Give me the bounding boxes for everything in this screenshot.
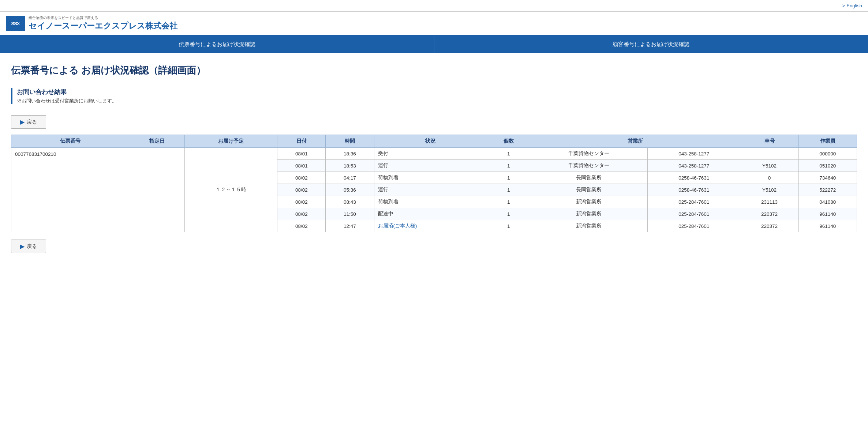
back-button-top[interactable]: ▶ 戻る xyxy=(11,115,46,129)
cell-shitebi xyxy=(129,148,185,232)
cell-office-tel: 0258-46-7631 xyxy=(648,172,740,184)
nav-item-kokyaku[interactable]: 顧客番号によるお届け状況確認 xyxy=(434,36,868,53)
cell-office-name: 長岡営業所 xyxy=(530,172,648,184)
logo-main-title: セイノースーパーエクスプレス株式会社 xyxy=(29,20,177,31)
cell-worker: 961140 xyxy=(798,220,857,232)
cell-date: 08/02 xyxy=(277,208,326,220)
cell-date: 08/02 xyxy=(277,184,326,196)
cell-count: 1 xyxy=(487,184,530,196)
cell-office-name: 千葉貨物センター xyxy=(530,160,648,172)
cell-date: 08/01 xyxy=(277,148,326,160)
col-status: 状況 xyxy=(374,135,487,148)
tracking-table: 伝票番号 指定日 お届け予定 日付 時間 状況 個数 営業所 車号 作業員 00… xyxy=(11,135,857,232)
cell-status: 受付 xyxy=(374,148,487,160)
nav-item-denpyo[interactable]: 伝票番号によるお届け状況確認 xyxy=(0,36,434,53)
col-count: 個数 xyxy=(487,135,530,148)
cell-count: 1 xyxy=(487,160,530,172)
col-date: 日付 xyxy=(277,135,326,148)
table-row: 000776831700210１２～１５時08/0118:36受付1千葉貨物セン… xyxy=(11,148,857,160)
cell-worker: 734640 xyxy=(798,172,857,184)
back-label-top: 戻る xyxy=(27,119,37,125)
cell-status: 荷物到着 xyxy=(374,196,487,208)
logo-icon xyxy=(6,16,25,31)
english-label: English xyxy=(846,3,862,8)
cell-worker: 051020 xyxy=(798,160,857,172)
cell-time: 18:36 xyxy=(326,148,374,160)
cell-worker: 041080 xyxy=(798,196,857,208)
cell-car: 0 xyxy=(740,172,798,184)
english-link[interactable]: English xyxy=(842,3,862,8)
cell-status[interactable]: お届済(ご本人様) xyxy=(374,220,487,232)
info-note: ※お問い合わせは受付営業所にお願いします。 xyxy=(17,98,857,104)
table-header-row: 伝票番号 指定日 お届け予定 日付 時間 状況 個数 営業所 車号 作業員 xyxy=(11,135,857,148)
logo-text-block: 総合物流の未来をスピードと品質で変える セイノースーパーエクスプレス株式会社 xyxy=(29,15,177,31)
cell-status: 運行 xyxy=(374,160,487,172)
header: 総合物流の未来をスピードと品質で変える セイノースーパーエクスプレス株式会社 xyxy=(0,12,868,36)
col-worker: 作業員 xyxy=(798,135,857,148)
cell-office-name: 長岡営業所 xyxy=(530,184,648,196)
col-time: 時間 xyxy=(326,135,374,148)
cell-time: 08:43 xyxy=(326,196,374,208)
cell-office-tel: 043-258-1277 xyxy=(648,148,740,160)
cell-count: 1 xyxy=(487,148,530,160)
cell-car: Y5102 xyxy=(740,184,798,196)
back-label-bottom: 戻る xyxy=(27,243,37,250)
cell-time: 12:47 xyxy=(326,220,374,232)
cell-tracking-number: 000776831700210 xyxy=(11,148,129,232)
cell-worker: 000000 xyxy=(798,148,857,160)
back-button-bottom[interactable]: ▶ 戻る xyxy=(11,240,46,253)
cell-time: 05:36 xyxy=(326,184,374,196)
table-body: 000776831700210１２～１５時08/0118:36受付1千葉貨物セン… xyxy=(11,148,857,232)
cell-estimate: １２～１５時 xyxy=(185,148,277,232)
cell-car: 220372 xyxy=(740,220,798,232)
cell-count: 1 xyxy=(487,196,530,208)
content: 伝票番号による お届け状況確認（詳細画面） お問い合わせ結果 ※お問い合わせは受… xyxy=(0,53,868,270)
cell-office-tel: 043-258-1277 xyxy=(648,160,740,172)
cell-car: 220372 xyxy=(740,208,798,220)
cell-car: Y5102 xyxy=(740,160,798,172)
cell-worker: 961140 xyxy=(798,208,857,220)
top-bar: English xyxy=(0,0,868,12)
col-otodoke: お届け予定 xyxy=(185,135,277,148)
col-shitebi: 指定日 xyxy=(129,135,185,148)
cell-date: 08/02 xyxy=(277,220,326,232)
col-car: 車号 xyxy=(740,135,798,148)
cell-office-name: 新潟営業所 xyxy=(530,196,648,208)
cell-date: 08/01 xyxy=(277,160,326,172)
col-denpyo: 伝票番号 xyxy=(11,135,129,148)
cell-car xyxy=(740,148,798,160)
cell-time: 18:53 xyxy=(326,160,374,172)
cell-count: 1 xyxy=(487,220,530,232)
cell-office-tel: 025-284-7601 xyxy=(648,196,740,208)
cell-office-name: 新潟営業所 xyxy=(530,220,648,232)
nav: 伝票番号によるお届け状況確認 顧客番号によるお届け状況確認 xyxy=(0,36,868,53)
cell-worker: 522272 xyxy=(798,184,857,196)
cell-office-tel: 025-284-7601 xyxy=(648,208,740,220)
cell-status: 荷物到着 xyxy=(374,172,487,184)
back-icon-bottom: ▶ xyxy=(20,243,25,250)
logo-subtitle: 総合物流の未来をスピードと品質で変える xyxy=(29,15,177,20)
cell-time: 11:50 xyxy=(326,208,374,220)
page-title: 伝票番号による お届け状況確認（詳細画面） xyxy=(11,64,857,77)
cell-office-tel: 0258-46-7631 xyxy=(648,184,740,196)
cell-time: 04:17 xyxy=(326,172,374,184)
info-box: お問い合わせ結果 ※お問い合わせは受付営業所にお願いします。 xyxy=(11,88,857,104)
cell-date: 08/02 xyxy=(277,196,326,208)
cell-car: 231113 xyxy=(740,196,798,208)
cell-count: 1 xyxy=(487,172,530,184)
cell-count: 1 xyxy=(487,208,530,220)
cell-office-tel: 025-284-7601 xyxy=(648,220,740,232)
cell-office-name: 新潟営業所 xyxy=(530,208,648,220)
back-icon-top: ▶ xyxy=(20,118,25,125)
cell-date: 08/02 xyxy=(277,172,326,184)
cell-status: 配達中 xyxy=(374,208,487,220)
info-heading: お問い合わせ結果 xyxy=(17,88,857,96)
cell-status: 運行 xyxy=(374,184,487,196)
logo-box: 総合物流の未来をスピードと品質で変える セイノースーパーエクスプレス株式会社 xyxy=(6,15,177,31)
cell-office-name: 千葉貨物センター xyxy=(530,148,648,160)
col-office: 営業所 xyxy=(530,135,740,148)
